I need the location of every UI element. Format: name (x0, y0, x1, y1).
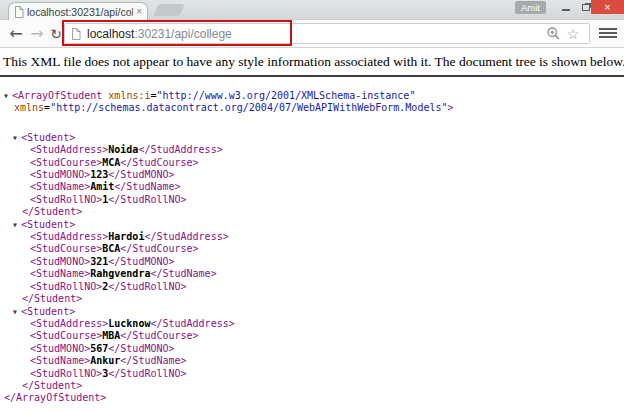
url-path: :30231/api/college (134, 27, 231, 41)
xml-tag: <Student> (21, 306, 75, 317)
xml-tag: </StudAddress> (150, 318, 234, 329)
xml-tag: <ArrayOfStudent (12, 90, 102, 101)
xml-tag: </StudRollNO> (108, 194, 186, 205)
xml-tag: </StudName> (150, 268, 216, 279)
xml-tag: </ArrayOfStudent> (4, 392, 106, 403)
xml-line: <StudRollNO>1</StudRollNO> (0, 194, 624, 206)
xml-tag: </StudCourse> (120, 157, 198, 168)
url-host: localhost (87, 27, 134, 41)
address-bar[interactable]: localhost:30231/api/college ☆ (64, 23, 590, 44)
xml-attr-value: "http://www.w3.org/2001/XMLSchema-instan… (157, 90, 416, 101)
xml-text-value: MCA (102, 157, 120, 168)
xml-line: </ArrayOfStudent> (0, 392, 624, 404)
xml-line: <StudRollNO>2</StudRollNO> (0, 281, 624, 293)
hamburger-menu-button[interactable] (599, 28, 617, 40)
xml-document-tree: ▼<ArrayOfStudent xmlns:i="http://www.w3.… (0, 90, 624, 405)
xml-tag: <StudMONO> (30, 169, 90, 180)
xml-line: ▼<ArrayOfStudent xmlns:i="http://www.w3.… (0, 90, 624, 102)
xml-line: </Student> (0, 206, 624, 218)
xml-line: <StudAddress>Hardoi</StudAddress> (0, 231, 624, 243)
restore-icon (582, 4, 590, 11)
xml-tag: <StudName> (30, 355, 90, 366)
xml-tag: <StudRollNO> (30, 368, 102, 379)
xml-style-notice: This XML file does not appear to have an… (3, 54, 621, 70)
xml-line: <StudCourse>MBA</StudCourse> (0, 330, 624, 342)
xml-tag: <StudCourse> (30, 157, 102, 168)
xml-tag: </StudRollNO> (108, 368, 186, 379)
xml-tag: <StudName> (30, 181, 90, 192)
xml-line: <StudCourse>MCA</StudCourse> (0, 157, 624, 169)
xml-line: <StudAddress>Noida</StudAddress> (0, 144, 624, 156)
xml-tag: </Student> (22, 206, 82, 217)
page-icon (71, 28, 81, 40)
reload-button[interactable]: ↻ (47, 20, 65, 47)
page-favicon-icon (14, 6, 24, 18)
xml-text-value: Hardoi (108, 231, 144, 242)
tab-title: localhost:30231/api/colle (27, 6, 133, 18)
profile-badge[interactable]: Amit (515, 1, 546, 14)
xml-tag: </StudName> (120, 355, 186, 366)
xml-tag: <StudRollNO> (30, 281, 102, 292)
tab-strip: localhost:30231/api/colle × Amit × (0, 0, 624, 20)
xml-tag: </StudCourse> (120, 243, 198, 254)
forward-button[interactable]: → (27, 20, 47, 47)
back-button[interactable]: ← (6, 20, 26, 47)
xml-tag: <StudAddress> (30, 231, 108, 242)
xml-line: <StudMONO>321</StudMONO> (0, 256, 624, 268)
xml-blank-line (0, 115, 624, 132)
xml-text-value: Ankur (90, 355, 120, 366)
xml-tag: <StudAddress> (30, 144, 108, 155)
xml-text-value: 567 (90, 343, 108, 354)
xml-text-value: Rahgvendra (90, 268, 150, 279)
collapse-arrow-icon[interactable]: ▼ (4, 90, 12, 102)
xml-tag: </StudRollNO> (108, 281, 186, 292)
xml-text-value: BCA (102, 243, 120, 254)
xml-line: <StudName>Ankur</StudName> (0, 355, 624, 367)
xml-attr-value: "http://schemas.datacontract.org/2004/07… (50, 102, 447, 113)
notice-divider (0, 75, 624, 77)
xml-text-value: Noida (108, 144, 138, 155)
close-button[interactable]: × (591, 0, 624, 14)
xml-tag: <Student> (21, 132, 75, 143)
xml-text-value: 321 (90, 256, 108, 267)
browser-toolbar: ← → ↻ localhost:30231/api/college ☆ (0, 20, 624, 48)
bookmark-star-icon[interactable]: ☆ (563, 24, 583, 44)
zoom-magnifier-icon[interactable] (543, 24, 563, 44)
xml-line: <StudCourse>BCA</StudCourse> (0, 243, 624, 255)
xml-tag: <StudAddress> (30, 318, 108, 329)
xml-tag: <StudCourse> (30, 330, 102, 341)
xml-tag: </Student> (22, 380, 82, 391)
xml-line: ▼<Student> (0, 132, 624, 144)
hamburger-menu-icon (599, 28, 617, 30)
xml-text-value: 123 (90, 169, 108, 180)
xml-tag: </Student> (22, 293, 82, 304)
xml-attr-name: xmlns:i (108, 90, 150, 101)
url-text[interactable]: localhost:30231/api/college (87, 27, 543, 41)
xml-line: ▼<Student> (0, 219, 624, 231)
minimize-button[interactable] (558, 0, 574, 14)
xml-text-value: Amit (90, 181, 114, 192)
xml-tag: </StudMONO> (108, 169, 174, 180)
xml-tag: </StudCourse> (120, 330, 198, 341)
collapse-arrow-icon[interactable]: ▼ (13, 306, 21, 318)
xml-tag: </StudMONO> (108, 343, 174, 354)
xml-line: <StudRollNO>3</StudRollNO> (0, 368, 624, 380)
xml-line: <StudMONO>567</StudMONO> (0, 343, 624, 355)
new-tab-button[interactable] (153, 4, 185, 16)
xml-line: <StudAddress>Lucknow</StudAddress> (0, 318, 624, 330)
browser-tab[interactable]: localhost:30231/api/colle × (8, 2, 148, 20)
collapse-arrow-icon[interactable]: ▼ (13, 132, 21, 144)
xml-line: ▼<Student> (0, 306, 624, 318)
xml-tag: </StudAddress> (144, 231, 228, 242)
xml-tag: <StudRollNO> (30, 194, 102, 205)
xml-line: <StudMONO>123</StudMONO> (0, 169, 624, 181)
xml-line: xmlns="http://schemas.datacontract.org/2… (0, 102, 624, 114)
collapse-arrow-icon[interactable]: ▼ (13, 219, 21, 231)
xml-text-value: MBA (102, 330, 120, 341)
xml-tag: <StudCourse> (30, 243, 102, 254)
tab-close-icon[interactable]: × (136, 7, 142, 17)
minimize-icon (562, 9, 570, 11)
xml-tag: <Student> (21, 219, 75, 230)
xml-line: <StudName>Rahgvendra</StudName> (0, 268, 624, 280)
xml-line: </Student> (0, 293, 624, 305)
